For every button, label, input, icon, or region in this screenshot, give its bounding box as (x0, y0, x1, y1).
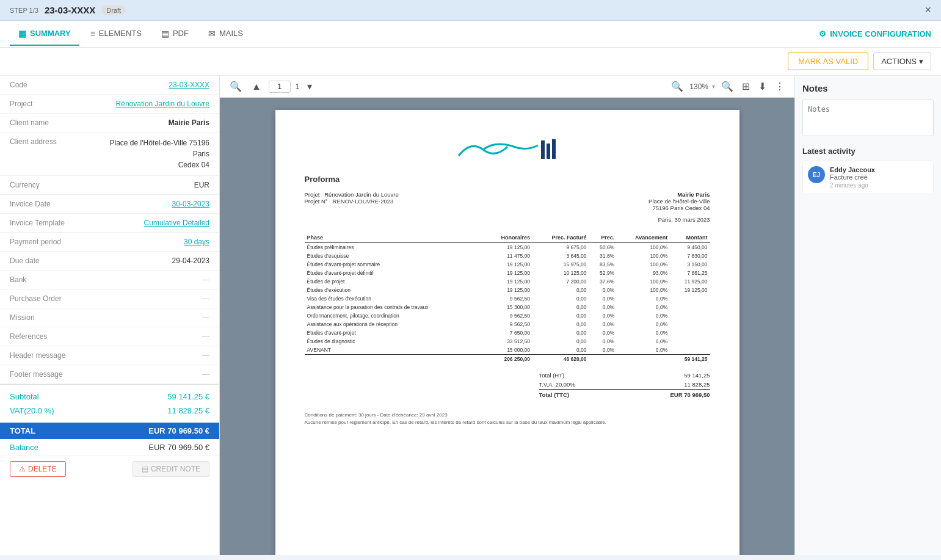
field-purchase-order-label: Purchase Order (10, 294, 101, 303)
tab-summary[interactable]: ▦ SUMMARY (10, 23, 79, 46)
table-row: Études de projet19 125,007 200,0037,6%10… (305, 277, 710, 286)
field-footer-message: Footer message — (0, 365, 219, 384)
field-invoice-template-label: Invoice Template (10, 219, 101, 227)
navigate-up-icon[interactable]: ▲ (249, 80, 264, 93)
mark-as-valid-button[interactable]: MARK AS VALID (788, 53, 868, 70)
pdf-project-num-label: Projet N° RENOV-LOUVRE-2023 (305, 198, 399, 205)
field-header-message-value: — (101, 351, 209, 360)
field-client-address-label: Client address (10, 137, 101, 146)
field-mission-label: Mission (10, 313, 101, 322)
field-references: References — (0, 327, 219, 346)
fit-page-icon[interactable]: ⊞ (739, 79, 752, 93)
pdf-date: Paris, 30 mars 2023 (305, 216, 710, 223)
field-header-message: Header message — (0, 346, 219, 365)
summary-section: Subtotal 59 141.25 € VAT(20.0 %) 11 828.… (0, 384, 219, 423)
field-client-address-value: Place de l'Hôtel-de-Ville 75196 ParisCed… (101, 137, 209, 170)
more-options-icon[interactable]: ⋮ (772, 79, 787, 93)
table-row: Études d'avant-projet définitif19 125,00… (305, 269, 710, 277)
pdf-totals: Total (HT) 59 141,25 T.V.A. 20,00% 11 82… (539, 371, 710, 399)
total-row: TOTAL EUR 70 969.50 € (0, 423, 219, 439)
field-code-value[interactable]: 23-03-XXXX (101, 81, 209, 89)
summary-icon: ▦ (18, 29, 26, 38)
table-row: Études de diagnostic33 512,500,000,0%0,0… (305, 337, 710, 346)
field-bank-label: Bank (10, 275, 101, 284)
activity-name: Eddy Jaccoux (830, 166, 928, 173)
field-footer-message-label: Footer message (10, 370, 101, 379)
field-client-name: Client name Mairie Paris (0, 114, 219, 133)
tab-elements-label: ELEMENTS (99, 29, 142, 38)
field-header-message-label: Header message (10, 351, 101, 360)
pdf-tva-label: T.V.A. 20,00% (539, 381, 575, 388)
invoice-config-button[interactable]: ⚙ INVOICE CONFIGURATION (819, 29, 931, 38)
search-icon[interactable]: 🔍 (227, 79, 244, 93)
draft-badge: Draft (101, 5, 126, 15)
pdf-total-ht-row: Total (HT) 59 141,25 (539, 371, 710, 380)
top-bar: STEP 1/3 23-03-XXXX Draft × (0, 0, 941, 21)
zoom-level: 130% (689, 82, 708, 91)
elements-icon: ≡ (90, 29, 95, 38)
delete-button[interactable]: ⚠ DELETE (10, 461, 66, 477)
subtotal-value: 59 141.25 € (167, 392, 209, 401)
notes-input[interactable] (802, 100, 934, 136)
pdf-meta-right: Mairie Paris Place de l'Hôtel-de-Ville 7… (649, 191, 710, 211)
field-invoice-template-value[interactable]: Cumulative Detailed (101, 219, 209, 227)
field-payment-period: Payment period 30 days (0, 233, 219, 252)
field-references-label: References (10, 332, 101, 341)
credit-note-button: ▤ CREDIT NOTE (133, 461, 209, 477)
pdf-content: Proforma Projet Rénovation Jardin du Lou… (220, 98, 794, 555)
action-bar: MARK AS VALID ACTIONS ▾ (0, 48, 941, 76)
field-references-value: — (101, 332, 209, 341)
field-mission: Mission — (0, 308, 219, 327)
col-phase: Phase (305, 233, 484, 243)
pdf-client-address2: 75196 Paris Cedex 04 (649, 205, 710, 211)
close-button[interactable]: × (925, 4, 931, 16)
pdf-footer-2: Aucune remise pour règlement anticipé. E… (305, 419, 710, 426)
pdf-tva-value: 11 828,25 (684, 381, 710, 388)
main-layout: Code 23-03-XXXX Project Rénovation Jardi… (0, 76, 941, 555)
subtotal-label: Subtotal (10, 392, 39, 401)
step-label: STEP 1/3 (10, 7, 38, 14)
tab-mails[interactable]: ✉ MAILS (200, 23, 252, 46)
tab-pdf[interactable]: ▤ PDF (153, 23, 197, 46)
navigate-down-icon[interactable]: ▾ (305, 79, 314, 93)
zoom-in-icon[interactable]: 🔍 (719, 79, 736, 93)
pdf-total-ht-label: Total (HT) (539, 372, 565, 379)
document-icon: ▤ (142, 465, 148, 473)
download-icon[interactable]: ⬇ (756, 79, 769, 93)
field-purchase-order-value: — (101, 294, 209, 303)
svg-rect-2 (552, 139, 556, 159)
col-honoraires: Honoraires (484, 233, 532, 243)
gear-icon: ⚙ (819, 29, 826, 38)
table-row: Ordonnancement, pilotage, coordination9 … (305, 311, 710, 320)
field-project-value[interactable]: Rénovation Jardin du Louvre (101, 100, 209, 108)
company-logo (446, 134, 569, 165)
zoom-dropdown-icon[interactable]: ▾ (712, 83, 715, 90)
chevron-down-icon: ▾ (919, 57, 923, 66)
field-currency-value: EUR (101, 181, 209, 189)
field-due-date: Due date 29-04-2023 (0, 252, 219, 271)
vat-label: VAT(20.0 %) (10, 406, 54, 415)
vat-row: VAT(20.0 %) 11 828.25 € (10, 404, 209, 418)
pdf-client-name: Mairie Paris (649, 191, 710, 198)
field-payment-period-value[interactable]: 30 days (101, 238, 209, 246)
tab-mails-label: MAILS (219, 29, 243, 38)
pdf-total-ttc-label: Total (TTC) (539, 391, 569, 398)
svg-rect-1 (547, 144, 550, 159)
table-row: Études préliminaires19 125,009 675,0050,… (305, 243, 710, 252)
col-avancement: Avancement (617, 233, 670, 243)
mails-icon: ✉ (208, 29, 216, 38)
field-bank-value: — (101, 275, 209, 284)
table-row: Études d'exécution19 125,000,000,0%100,0… (305, 286, 710, 294)
zoom-out-icon[interactable]: 🔍 (669, 79, 686, 93)
avatar-initials: EJ (813, 172, 820, 178)
tab-pdf-label: PDF (173, 29, 189, 38)
actions-button[interactable]: ACTIONS ▾ (873, 53, 931, 70)
field-due-date-label: Due date (10, 256, 101, 265)
credit-note-label: CREDIT NOTE (151, 465, 200, 473)
page-number-input[interactable] (269, 81, 291, 93)
activity-time: 2 minutes ago (830, 182, 928, 189)
col-prec: Prec. (589, 233, 617, 243)
field-invoice-template: Invoice Template Cumulative Detailed (0, 214, 219, 233)
tab-elements[interactable]: ≡ ELEMENTS (82, 23, 150, 46)
field-invoice-date-value[interactable]: 30-03-2023 (101, 200, 209, 208)
